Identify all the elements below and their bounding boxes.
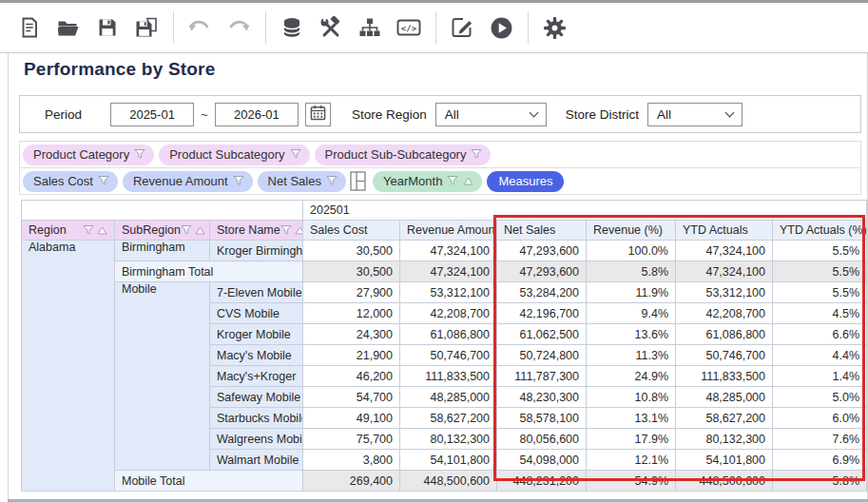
store-name-cell: Macy's+Kroger <box>210 366 303 387</box>
field-chip-product-subcategory[interactable]: Product Subcategory <box>159 145 309 165</box>
measures-chip[interactable]: Measures <box>487 171 564 192</box>
subregion-column-header[interactable]: SubRegion <box>115 221 210 241</box>
value-cell: 13.1% <box>587 408 676 429</box>
value-cell: 5.8% <box>587 261 676 282</box>
filter-icon <box>290 148 301 160</box>
value-cell: 17.9% <box>587 429 676 450</box>
settings-button[interactable] <box>537 10 571 46</box>
script-editor-button[interactable]: </> <box>392 10 426 46</box>
calendar-button[interactable] <box>305 103 331 126</box>
toolbar-separator <box>435 11 436 44</box>
value-cell: 30,500 <box>303 261 400 282</box>
filter-icon[interactable] <box>181 224 192 236</box>
store-name-cell: Macy's Mobile <box>210 345 303 366</box>
store-name-column-header[interactable]: Store Name <box>210 221 303 241</box>
header-label: Store Name <box>217 223 280 237</box>
measure-header-net-sales[interactable]: Net Sales <box>497 221 587 241</box>
value-cell: 4.5% <box>773 303 867 324</box>
chip-label: YearMonth <box>383 174 442 188</box>
value-cell: 5.5% <box>773 282 867 303</box>
hierarchy-button[interactable] <box>353 10 387 46</box>
calendar-icon <box>310 105 326 124</box>
toolbar-separator <box>265 11 266 44</box>
page-title: Performance by Store <box>24 59 215 80</box>
region-column-header[interactable]: Region <box>22 221 115 241</box>
filter-icon <box>471 148 482 160</box>
open-folder-icon <box>56 16 81 39</box>
app-window: </> Performance by Store Period 2025-01 … <box>0 0 868 502</box>
sort-icon[interactable] <box>295 226 303 235</box>
sort-icon[interactable] <box>97 226 107 235</box>
measure-header-ytd-actuals-pct[interactable]: YTD Actuals (%) <box>773 221 867 241</box>
store-district-select[interactable]: All <box>647 103 743 126</box>
value-cell: 11.9% <box>587 282 676 303</box>
filter-icon[interactable] <box>83 224 94 236</box>
store-district-label: Store District <box>566 107 639 122</box>
new-document-button[interactable] <box>12 10 47 46</box>
value-cell: 58,578,100 <box>497 408 587 429</box>
undo-button[interactable] <box>183 10 217 46</box>
store-name-cell: 7-Eleven Mobile <box>210 282 303 303</box>
chip-label: Measures <box>498 174 552 188</box>
measure-header-ytd-actuals[interactable]: YTD Actuals <box>676 221 773 241</box>
row-fields-shelf: Product Category Product Subcategory Pro… <box>19 141 861 168</box>
pivot-data-row: Mobile7-Eleven Mobile27,90053,312,10053,… <box>22 282 867 303</box>
field-chip-revenue-amount[interactable]: Revenue Amount <box>123 171 253 192</box>
chip-label: Sales Cost <box>33 174 93 188</box>
region-cell: Alabama <box>22 241 115 492</box>
sort-asc-icon <box>463 177 473 185</box>
chip-label: Product Category <box>33 147 129 162</box>
chip-label: Product Sub-Subcategory <box>325 147 467 162</box>
value-cell: 49,100 <box>303 408 400 429</box>
value-cell: 54,101,800 <box>676 450 773 471</box>
layout-split-button[interactable] <box>349 170 367 192</box>
save-as-button[interactable] <box>129 10 164 46</box>
redo-button[interactable] <box>222 10 256 46</box>
value-cell: 448,500,600 <box>400 471 497 492</box>
column-header-row: Region SubRegion Store Name <box>22 221 867 241</box>
field-chip-sales-cost[interactable]: Sales Cost <box>23 171 118 192</box>
data-source-button[interactable] <box>275 10 309 46</box>
filter-icon[interactable] <box>280 224 292 236</box>
store-region-select[interactable]: All <box>435 103 547 126</box>
period-to-input[interactable]: 2026-01 <box>215 103 299 126</box>
pivot-data-row: AlabamaBirminghamKroger Birmingham30,500… <box>22 241 867 261</box>
edit-button[interactable] <box>445 10 479 46</box>
edit-icon <box>451 16 473 39</box>
period-from-input[interactable]: 2025-01 <box>110 103 194 126</box>
period-header-cell: 202501 <box>303 201 867 221</box>
value-cell: 100.0% <box>587 241 676 261</box>
tools-button[interactable] <box>314 10 348 46</box>
chip-label: Net Sales <box>268 174 321 188</box>
run-button[interactable] <box>484 10 518 46</box>
value-cell: 47,293,600 <box>497 241 587 261</box>
value-cell: 4.4% <box>773 345 867 366</box>
filter-bar: Period 2025-01 ~ 2026-01 Store Region Al… <box>19 95 861 133</box>
value-cell: 53,312,100 <box>400 282 497 303</box>
field-chip-product-category[interactable]: Product Category <box>23 145 154 165</box>
measure-header-revenue-pct[interactable]: Revenue (%) <box>587 221 676 241</box>
value-cell: 3,800 <box>303 450 400 471</box>
period-separator: ~ <box>201 107 208 122</box>
store-district-value: All <box>657 107 671 122</box>
save-button[interactable] <box>90 10 125 46</box>
value-cell: 24.9% <box>587 366 676 387</box>
value-cell: 48,230,300 <box>497 387 587 408</box>
measure-header-revenue-amount[interactable]: Revenue Amount <box>400 221 497 241</box>
open-folder-button[interactable] <box>51 10 86 46</box>
period-label: Period <box>45 107 82 122</box>
value-cell: 42,208,700 <box>676 303 773 324</box>
sort-icon[interactable] <box>195 226 205 235</box>
pivot-head: 202501 Region SubRegion Store Name <box>22 201 867 241</box>
filter-icon <box>447 175 458 186</box>
field-chip-net-sales[interactable]: Net Sales <box>258 171 346 192</box>
measure-header-sales-cost[interactable]: Sales Cost <box>303 221 400 241</box>
value-cell: 448,231,200 <box>497 471 587 492</box>
value-cell: 50,746,700 <box>400 345 497 366</box>
value-cell: 6.0% <box>773 408 867 429</box>
field-chip-product-sub-subcategory[interactable]: Product Sub-Subcategory <box>315 145 492 165</box>
hierarchy-icon <box>357 16 382 39</box>
total-label-cell: Birmingham Total <box>115 261 303 282</box>
field-chip-yearmonth[interactable]: YearMonth <box>373 171 482 192</box>
value-cell: 61,086,800 <box>400 324 497 345</box>
